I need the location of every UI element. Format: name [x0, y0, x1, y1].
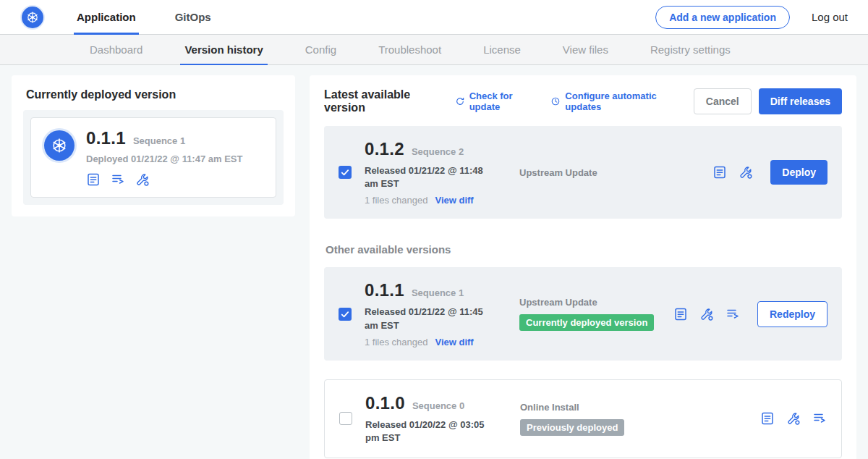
edit-config-icon[interactable]	[786, 411, 801, 426]
release-notes-icon[interactable]	[712, 165, 727, 180]
subnav-dashboard[interactable]: Dashboard	[85, 35, 147, 64]
subnav-version-history[interactable]: Version history	[180, 35, 267, 64]
version-number: 0.1.2	[365, 139, 404, 159]
released-timestamp: Released 01/21/22 @ 11:48 am EST	[365, 164, 496, 190]
deploy-button[interactable]: Deploy	[770, 160, 827, 185]
edit-config-icon[interactable]	[739, 165, 753, 180]
version-checkbox[interactable]	[339, 308, 352, 321]
sequence-label: Sequence 1	[412, 287, 464, 298]
logout-link[interactable]: Log out	[812, 11, 848, 23]
released-timestamp: Released 01/21/22 @ 11:45 am EST	[365, 306, 496, 332]
deployed-version-card: 0.1.1 Sequence 1 Deployed 01/21/22 @ 11:…	[30, 117, 276, 198]
configure-automatic-updates-label: Configure automatic updates	[565, 90, 678, 112]
version-source-label: Online Install	[520, 402, 760, 413]
check-for-update-link[interactable]: Check for update	[455, 90, 537, 112]
version-row: 0.1.1 Sequence 1 Released 01/21/22 @ 11:…	[324, 267, 842, 360]
view-diff-link[interactable]: View diff	[435, 337, 473, 348]
subnav-config[interactable]: Config	[301, 35, 341, 64]
sequence-label: Sequence 0	[412, 400, 464, 411]
tab-gitops[interactable]: GitOps	[172, 0, 214, 34]
version-checkbox[interactable]	[339, 166, 352, 179]
files-changed-label: 1 files changed	[365, 195, 427, 206]
subnav-registry-settings[interactable]: Registry settings	[646, 35, 735, 64]
deployed-timestamp: Deployed 01/21/22 @ 11:47 am EST	[86, 153, 242, 164]
release-notes-icon[interactable]	[86, 172, 101, 187]
sequence-label: Sequence 2	[412, 146, 464, 157]
main-content: Currently deployed version 0.1.1 Sequenc…	[0, 65, 868, 458]
view-logs-icon[interactable]	[812, 411, 827, 426]
add-application-button[interactable]: Add a new application	[655, 6, 790, 29]
released-timestamp: Released 01/20/22 @ 03:05 pm EST	[365, 418, 497, 445]
kubernetes-logo-icon	[22, 7, 43, 28]
currently-deployed-panel: Currently deployed version 0.1.1 Sequenc…	[12, 75, 295, 216]
view-logs-icon[interactable]	[111, 172, 125, 187]
release-notes-icon[interactable]	[760, 411, 775, 426]
version-number: 0.1.1	[365, 280, 404, 300]
deployed-version-number: 0.1.1	[86, 128, 126, 148]
currently-deployed-badge: Currently deployed version	[519, 314, 654, 331]
latest-version-header: Latest available version Check for updat…	[324, 88, 842, 114]
other-versions-title: Other available versions	[326, 243, 842, 256]
previously-deployed-badge: Previously deployed	[520, 419, 624, 436]
clock-icon	[550, 96, 561, 107]
configure-automatic-updates-link[interactable]: Configure automatic updates	[550, 90, 678, 112]
app-subnav: Dashboard Version history Config Trouble…	[0, 35, 868, 65]
subnav-troubleshoot[interactable]: Troubleshoot	[374, 35, 446, 64]
redeploy-button[interactable]: Redeploy	[757, 301, 827, 327]
latest-version-title: Latest available version	[324, 88, 439, 114]
top-navbar: Application GitOps Add a new application…	[0, 0, 868, 35]
deployed-sequence-label: Sequence 1	[133, 135, 185, 146]
edit-config-icon[interactable]	[135, 172, 150, 187]
refresh-icon	[455, 96, 465, 107]
app-kubernetes-icon	[44, 130, 75, 161]
version-row: 0.1.2 Sequence 2 Released 01/21/22 @ 11:…	[324, 126, 842, 219]
version-checkbox[interactable]	[339, 412, 352, 425]
edit-config-icon[interactable]	[699, 307, 714, 321]
release-notes-icon[interactable]	[673, 307, 688, 321]
view-diff-link[interactable]: View diff	[435, 195, 473, 206]
version-number: 0.1.0	[365, 393, 405, 413]
version-source-label: Upstream Update	[519, 297, 673, 308]
tab-application[interactable]: Application	[74, 0, 139, 34]
cancel-button[interactable]: Cancel	[694, 88, 752, 114]
deployed-version-box: 0.1.1 Sequence 1 Deployed 01/21/22 @ 11:…	[23, 110, 284, 205]
diff-releases-button[interactable]: Diff releases	[759, 88, 842, 114]
version-row: 0.1.0 Sequence 0 Released 01/20/22 @ 03:…	[324, 379, 842, 458]
check-for-update-label: Check for update	[469, 90, 537, 112]
subnav-license[interactable]: License	[479, 35, 525, 64]
files-changed-label: 1 files changed	[365, 337, 427, 348]
version-source-label: Upstream Update	[519, 167, 712, 178]
subnav-view-files[interactable]: View files	[558, 35, 613, 64]
version-history-panel: Latest available version Check for updat…	[310, 75, 856, 459]
view-logs-icon[interactable]	[726, 307, 740, 321]
deployed-panel-title: Currently deployed version	[26, 88, 284, 101]
topnav-tabs: Application GitOps	[74, 0, 247, 34]
